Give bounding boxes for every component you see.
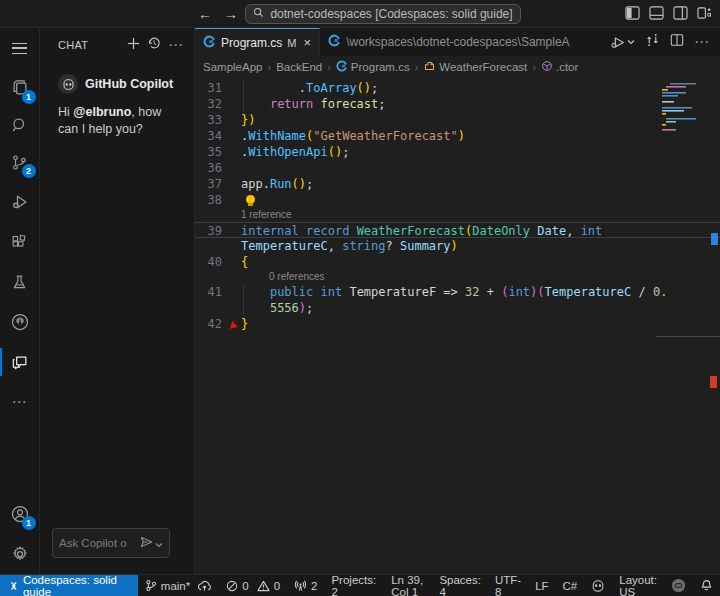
split-editor-icon[interactable]	[670, 33, 684, 51]
indentation[interactable]: Spaces: 4	[432, 575, 488, 596]
ports-indicator[interactable]: 2	[287, 575, 324, 596]
problems-indicator[interactable]: 0 0	[219, 575, 287, 596]
close-tab-icon[interactable]: ×	[304, 35, 312, 50]
run-debug-icon[interactable]	[0, 182, 40, 222]
breadcrumb-weatherforecast[interactable]: WeatherForecast	[423, 60, 527, 74]
minimap[interactable]	[660, 82, 704, 154]
testing-icon[interactable]	[0, 262, 40, 302]
line-number[interactable]: 32	[195, 96, 241, 112]
run-debug-file-icon[interactable]	[610, 35, 635, 50]
command-center-search[interactable]: dotnet-codespaces [Codespaces: solid gui…	[245, 4, 521, 24]
lightbulb-icon[interactable]	[246, 195, 255, 204]
breadcrumb-sampleapp[interactable]: SampleApp	[203, 61, 262, 73]
github-icon[interactable]	[0, 302, 40, 342]
code-line[interactable]: 5556);	[195, 300, 720, 316]
chat-history-icon[interactable]	[147, 36, 161, 54]
remote-indicator[interactable]: Codespaces: solid guide	[0, 575, 138, 596]
scrollbar[interactable]	[708, 78, 720, 574]
code-token: Summary	[400, 239, 451, 253]
forward-icon[interactable]: →	[224, 4, 238, 24]
language-mode[interactable]: C#	[556, 575, 585, 596]
code-line[interactable]: 42}	[195, 316, 720, 332]
code-line[interactable]: 39internal record WeatherForecast(DateOn…	[195, 222, 720, 238]
tab-backend-path[interactable]: \workspaces\dotnet-codespaces\SampleApp\…	[320, 28, 578, 56]
back-icon[interactable]: ←	[198, 4, 212, 24]
tab-program-cs[interactable]: Program.cs M ×	[195, 28, 320, 56]
breadcrumb-ctor[interactable]: .ctor	[541, 60, 578, 74]
line-number[interactable]: 39	[195, 223, 241, 237]
line-number[interactable]: 31	[195, 80, 241, 96]
line-number[interactable]: 41	[195, 284, 241, 300]
cursor-position[interactable]: Ln 39, Col 1	[384, 575, 432, 596]
copilot-status-icon[interactable]	[584, 575, 612, 596]
send-dropdown-icon[interactable]	[155, 534, 163, 552]
chat-more-icon[interactable]: ⋯	[168, 36, 184, 54]
codelens[interactable]: 1 reference	[195, 208, 720, 222]
line-number[interactable]: 34	[195, 128, 241, 144]
chat-input[interactable]: Ask Copilot o	[52, 528, 170, 558]
line-number[interactable]: 35	[195, 144, 241, 160]
chat-view-icon[interactable]	[0, 342, 40, 382]
line-number[interactable]: 40	[195, 254, 241, 270]
breadcrumb-program-cs[interactable]: Program.cs	[336, 60, 410, 74]
copilot-header-row: GitHub Copilot	[40, 62, 194, 94]
accounts-icon[interactable]: 1	[0, 494, 40, 534]
code-token: ;	[306, 177, 313, 191]
command-center-text: dotnet-codespaces [Codespaces: solid gui…	[270, 7, 512, 21]
code-line[interactable]: 32 return forecast;	[195, 96, 720, 112]
code-token: ()	[292, 177, 306, 191]
projects-indicator[interactable]: Projects: 2	[324, 575, 384, 596]
encoding[interactable]: UTF-8	[488, 575, 528, 596]
search-view-icon[interactable]	[0, 108, 40, 142]
code-editor[interactable]: 31 .ToArray();32 return forecast;33})34.…	[195, 78, 720, 574]
code-line[interactable]: 36	[195, 160, 720, 176]
code-token	[241, 97, 270, 111]
code-line[interactable]: 34.WithName("GetWeatherForecast")	[195, 128, 720, 144]
symbol-class-icon	[423, 60, 436, 74]
toggle-sidebar-icon[interactable]	[625, 6, 640, 20]
menu-icon[interactable]	[0, 28, 40, 68]
settings-gear-icon[interactable]	[0, 534, 40, 574]
line-number[interactable]	[195, 300, 241, 316]
open-changes-icon[interactable]	[645, 33, 660, 51]
code-token: DateOnly	[472, 224, 530, 238]
more-views-icon[interactable]: ⋯	[0, 382, 40, 422]
radio-tower-icon	[294, 580, 307, 592]
codelens[interactable]: 0 references	[195, 270, 720, 284]
code-token: ;	[342, 145, 349, 159]
line-number[interactable]: 33	[195, 112, 241, 128]
code-line[interactable]: 38	[195, 192, 720, 208]
sync-cloud-icon[interactable]	[197, 580, 212, 592]
explorer-icon[interactable]: 1	[0, 68, 40, 108]
customize-layout-icon[interactable]	[697, 6, 712, 20]
source-control-icon[interactable]: 2	[0, 142, 40, 182]
code-token: ToArray	[306, 81, 357, 95]
code-line[interactable]: 31 .ToArray();	[195, 80, 720, 96]
branch-indicator[interactable]: main*	[138, 575, 219, 596]
new-chat-icon[interactable]	[127, 36, 140, 54]
toggle-panel-icon[interactable]	[649, 6, 664, 20]
code-line[interactable]: 37app.Run();	[195, 176, 720, 192]
breadcrumb-backend[interactable]: BackEnd	[276, 61, 322, 73]
code-line[interactable]: 41 public int TemperatureF => 32 + (int)…	[195, 284, 720, 300]
code-line[interactable]: 33})	[195, 112, 720, 128]
code-line[interactable]: 40{	[195, 254, 720, 270]
notifications-bell-icon[interactable]	[693, 575, 720, 596]
line-number[interactable]: 37	[195, 176, 241, 192]
status-circle-icon[interactable]	[664, 575, 693, 596]
code-token: {	[241, 255, 248, 269]
line-number[interactable]: 36	[195, 160, 241, 176]
eol-sequence[interactable]: LF	[528, 575, 555, 596]
editor-more-actions-icon[interactable]: ⋯	[694, 33, 710, 51]
extensions-icon[interactable]	[0, 222, 40, 262]
line-number[interactable]	[195, 238, 241, 254]
line-number[interactable]: 38	[195, 192, 241, 208]
toggle-secondary-sidebar-icon[interactable]	[673, 6, 688, 20]
code-line[interactable]: TemperatureC, string? Summary)	[195, 238, 720, 254]
line-number[interactable]: 42	[195, 316, 241, 332]
code-token: +	[479, 285, 501, 299]
send-icon[interactable]	[140, 534, 153, 552]
keyboard-layout[interactable]: Layout: US	[612, 575, 664, 596]
code-token: ()	[357, 81, 371, 95]
code-line[interactable]: 35.WithOpenApi();	[195, 144, 720, 160]
